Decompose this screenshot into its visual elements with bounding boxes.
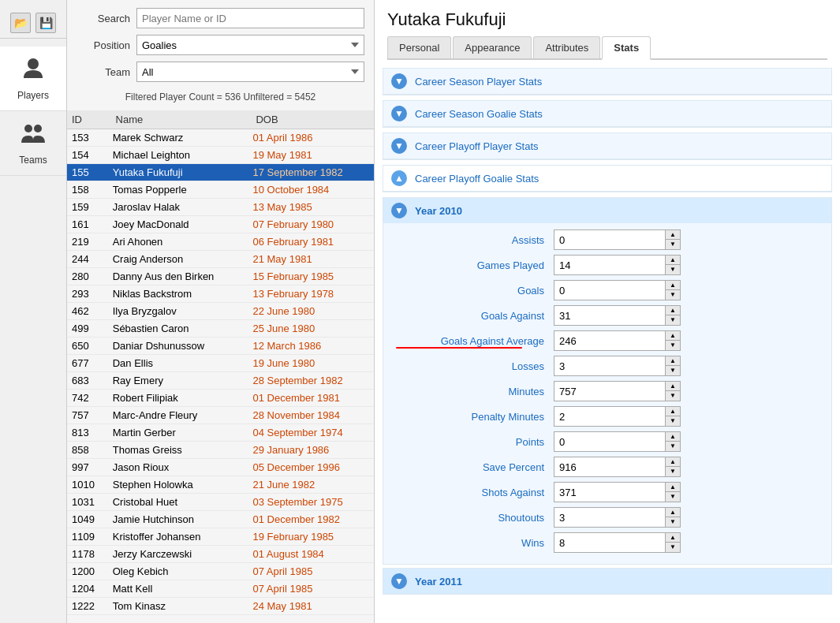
section-career-player-label: Career Season Player Stats [415, 76, 542, 88]
spinner-up-button[interactable]: ▲ [666, 382, 680, 391]
table-row[interactable]: 997 Jason Rioux 05 December 1996 [67, 459, 374, 476]
player-dob: 01 April 1986 [248, 129, 374, 147]
spinner-down-button[interactable]: ▼ [666, 391, 680, 401]
table-row[interactable]: 1109 Kristoffer Johansen 19 February 198… [67, 528, 374, 546]
table-row[interactable]: 499 Sébastien Caron 25 June 1980 [67, 320, 374, 338]
table-row[interactable]: 158 Tomas Popperle 10 October 1984 [67, 181, 374, 199]
table-row[interactable]: 742 Robert Filipiak 01 December 1981 [67, 390, 374, 407]
stat-input[interactable] [554, 306, 665, 325]
table-row[interactable]: 462 Ilya Bryzgalov 22 June 1980 [67, 303, 374, 320]
spinner-down-button[interactable]: ▼ [666, 543, 680, 552]
stat-input[interactable] [554, 457, 665, 476]
table-row[interactable]: 858 Thomas Greiss 29 January 1986 [67, 442, 374, 459]
spinner-up-button[interactable]: ▲ [666, 256, 680, 265]
spinner-down-button[interactable]: ▼ [666, 366, 680, 375]
table-row[interactable]: 155 Yutaka Fukufuji 17 September 1982 [67, 164, 374, 181]
spinner-down-button[interactable]: ▼ [666, 517, 680, 527]
table-row[interactable]: 1204 Matt Kell 07 April 1985 [67, 580, 374, 598]
year-2011-header[interactable]: ▼ Year 2011 [383, 569, 831, 594]
spinner-up-button[interactable]: ▲ [666, 533, 680, 543]
player-title: Yutaka Fukufuji [387, 9, 827, 30]
section-career-playoff-player-header[interactable]: ▼ Career Playoff Player Stats [383, 133, 831, 159]
stat-input[interactable] [554, 356, 665, 375]
stat-input[interactable] [554, 407, 665, 426]
spinner-up-button[interactable]: ▲ [666, 230, 680, 240]
table-row[interactable]: 1200 Oleg Kebich 07 April 1985 [67, 563, 374, 580]
position-select[interactable]: Goalies All Skaters [136, 35, 364, 55]
tab-attributes[interactable]: Attributes [533, 36, 600, 58]
table-row[interactable]: 161 Joey MacDonald 07 February 1980 [67, 216, 374, 233]
open-button[interactable]: 📂 [10, 13, 31, 33]
table-row[interactable]: 244 Craig Anderson 21 May 1981 [67, 251, 374, 268]
stat-input[interactable] [554, 533, 665, 552]
table-row[interactable]: 219 Ari Ahonen 06 February 1981 [67, 233, 374, 251]
stat-input[interactable] [554, 331, 665, 350]
table-row[interactable]: 153 Marek Schwarz 01 April 1986 [67, 129, 374, 147]
spinner-up-button[interactable]: ▲ [666, 407, 680, 416]
stat-spinner: ▲ ▼ [665, 508, 680, 527]
stat-input[interactable] [554, 230, 665, 249]
stat-row: Points ▲ ▼ [396, 431, 819, 452]
player-dob: 10 October 1984 [248, 181, 374, 199]
stat-input[interactable] [554, 432, 665, 451]
search-input[interactable] [136, 8, 364, 28]
section-career-goalie-header[interactable]: ▼ Career Season Goalie Stats [383, 101, 831, 127]
player-name: Michael Leighton [108, 147, 248, 164]
spinner-up-button[interactable]: ▲ [666, 331, 680, 341]
tab-appearance[interactable]: Appearance [453, 36, 532, 58]
stat-input[interactable] [554, 508, 665, 527]
table-row[interactable]: 280 Danny Aus den Birken 15 February 198… [67, 268, 374, 285]
stat-input[interactable] [554, 483, 665, 502]
section-career-player: ▼ Career Season Player Stats [383, 68, 832, 95]
table-row[interactable]: 1222 Tom Kinasz 24 May 1981 [67, 598, 374, 615]
table-row[interactable]: 1178 Jerzy Karczewski 01 August 1984 [67, 546, 374, 563]
spinner-up-button[interactable]: ▲ [666, 432, 680, 442]
player-name: Kristoffer Johansen [108, 528, 248, 546]
section-career-goalie-label: Career Season Goalie Stats [415, 108, 543, 120]
stat-row: Losses ▲ ▼ [396, 356, 819, 376]
spinner-up-button[interactable]: ▲ [666, 281, 680, 290]
section-career-player-header[interactable]: ▼ Career Season Player Stats [383, 69, 831, 95]
table-row[interactable]: 757 Marc-Andre Fleury 28 November 1984 [67, 407, 374, 424]
stat-input[interactable] [554, 256, 665, 274]
table-row[interactable]: 813 Martin Gerber 04 September 1974 [67, 424, 374, 442]
table-row[interactable]: 1049 Jamie Hutchinson 01 December 1982 [67, 511, 374, 528]
table-row[interactable]: 1010 Stephen Holowka 21 June 1982 [67, 476, 374, 494]
player-name: Robert Filipiak [108, 390, 248, 407]
spinner-up-button[interactable]: ▲ [666, 457, 680, 467]
spinner-down-button[interactable]: ▼ [666, 290, 680, 300]
year-2010-header[interactable]: ▼ Year 2010 [383, 198, 831, 223]
spinner-up-button[interactable]: ▲ [666, 356, 680, 366]
spinner-down-button[interactable]: ▼ [666, 442, 680, 451]
table-row[interactable]: 650 Daniar Dshunussow 12 March 1986 [67, 338, 374, 355]
stat-spinner: ▲ ▼ [665, 256, 680, 274]
spinner-up-button[interactable]: ▲ [666, 508, 680, 517]
table-row[interactable]: 683 Ray Emery 28 September 1982 [67, 372, 374, 390]
stat-input[interactable] [554, 382, 665, 401]
spinner-up-button[interactable]: ▲ [666, 483, 680, 492]
table-row[interactable]: 154 Michael Leighton 19 May 1981 [67, 147, 374, 164]
spinner-down-button[interactable]: ▼ [666, 315, 680, 325]
spinner-down-button[interactable]: ▼ [666, 265, 680, 274]
spinner-down-button[interactable]: ▼ [666, 467, 680, 476]
spinner-down-button[interactable]: ▼ [666, 240, 680, 249]
tab-personal[interactable]: Personal [387, 36, 451, 58]
table-row[interactable]: 1031 Cristobal Huet 03 September 1975 [67, 494, 374, 511]
team-select[interactable]: All [136, 62, 364, 82]
table-row[interactable]: 1268 Sagadat Konichev 01 July 1987 [67, 615, 374, 621]
stat-input-wrap: ▲ ▼ [554, 305, 681, 326]
stat-input[interactable] [554, 281, 665, 300]
table-row[interactable]: 159 Jaroslav Halak 13 May 1985 [67, 199, 374, 216]
sidebar-item-teams[interactable]: Teams [0, 111, 66, 176]
spinner-down-button[interactable]: ▼ [666, 341, 680, 350]
players-icon [21, 56, 46, 87]
tab-stats[interactable]: Stats [602, 36, 651, 60]
spinner-down-button[interactable]: ▼ [666, 492, 680, 502]
spinner-up-button[interactable]: ▲ [666, 306, 680, 315]
spinner-down-button[interactable]: ▼ [666, 416, 680, 426]
sidebar-item-players[interactable]: Players [0, 47, 66, 111]
table-row[interactable]: 677 Dan Ellis 19 June 1980 [67, 355, 374, 372]
save-button[interactable]: 💾 [35, 13, 56, 33]
section-career-playoff-goalie-header[interactable]: ▲ Career Playoff Goalie Stats [383, 166, 831, 192]
table-row[interactable]: 293 Niklas Backstrom 13 February 1978 [67, 285, 374, 303]
